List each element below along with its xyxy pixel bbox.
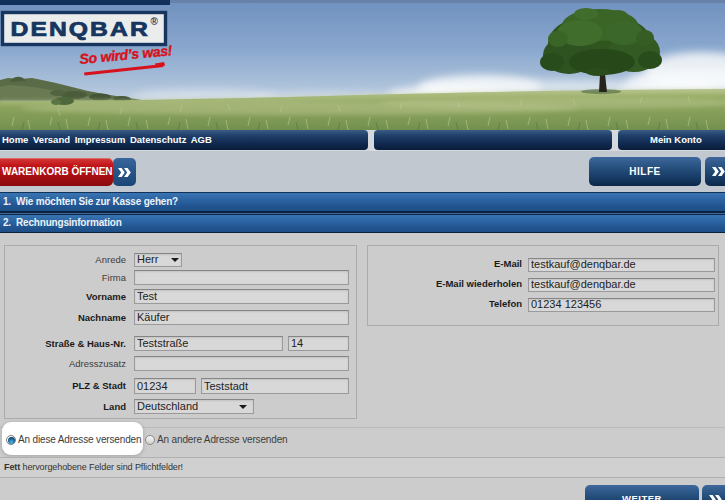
svg-text:DENQBAR: DENQBAR xyxy=(11,18,150,40)
svg-text:®: ® xyxy=(151,16,159,27)
